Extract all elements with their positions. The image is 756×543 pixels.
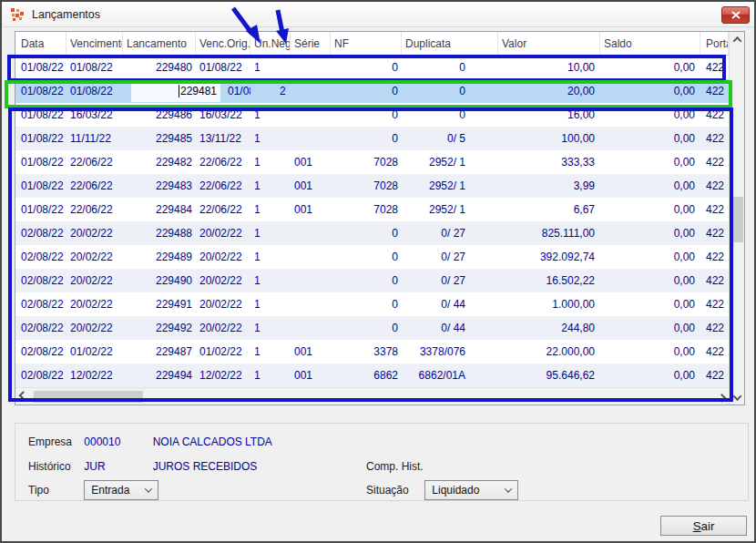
- cell-duplicata: 2952/ 1: [402, 150, 498, 174]
- cell-serie: [291, 221, 331, 245]
- cell-venc-orig: 13/11/22: [196, 127, 250, 150]
- column-header-saldo[interactable]: Saldo: [600, 32, 700, 55]
- table-row[interactable]: 01/08/2211/11/2222948513/11/22100/ 5100,…: [15, 127, 729, 150]
- cell-valor: 95.646,62: [498, 364, 600, 387]
- situacao-label: Situação: [366, 484, 422, 497]
- table-row[interactable]: 01/08/2201/08/2222948101/08/2220020,000,…: [15, 79, 729, 103]
- cell-data: 02/08/22: [15, 292, 66, 316]
- cell-vencimento: 11/11/22: [66, 127, 123, 150]
- cell-saldo: 0,00: [600, 127, 700, 150]
- cell-valor: 10,00: [498, 56, 600, 79]
- cell-vencimento: 01/02/22: [66, 340, 123, 364]
- scroll-right-icon[interactable]: [714, 388, 729, 405]
- column-header-lancamento[interactable]: Lancamento: [123, 32, 196, 55]
- situacao-select[interactable]: Liquidado: [424, 480, 518, 500]
- table-row[interactable]: 02/08/2212/02/2222949412/02/221001686268…: [15, 364, 729, 387]
- cell-portador: 422: [700, 198, 729, 221]
- vertical-scrollbar[interactable]: [729, 32, 744, 405]
- column-header-un-neg[interactable]: Un.Neg.: [250, 32, 291, 55]
- cell-nf: 7028: [331, 174, 402, 198]
- titlebar[interactable]: Lançamentos: [2, 2, 754, 27]
- cell-un-neg: 1: [250, 103, 291, 127]
- cell-valor: 1.000,00: [498, 292, 600, 316]
- window-title: Lançamentos: [32, 8, 100, 21]
- table-row[interactable]: 02/08/2220/02/2222949120/02/22100/ 441.0…: [15, 292, 729, 316]
- cell-valor: 100,00: [498, 127, 600, 150]
- cell-data: 01/08/22: [15, 174, 66, 198]
- cell-valor: 20,00: [498, 79, 600, 103]
- table-row[interactable]: 01/08/2216/03/2222948616/03/2210016,000,…: [15, 103, 729, 127]
- chevron-down-icon: [505, 485, 512, 492]
- cell-duplicata: 2952/ 1: [402, 198, 498, 221]
- cell-vencimento: 22/06/22: [66, 150, 123, 174]
- empresa-label: Empresa: [28, 435, 81, 448]
- table-row[interactable]: 02/08/2220/02/2222948820/02/22100/ 27825…: [15, 221, 729, 245]
- cell-nf: 0: [331, 269, 402, 292]
- close-icon[interactable]: [721, 6, 750, 24]
- cell-portador: 422: [700, 174, 729, 198]
- column-header-valor[interactable]: Valor: [498, 32, 600, 55]
- table-body: 01/08/2201/08/2222948001/08/2210010,000,…: [15, 56, 729, 387]
- cell-saldo: 0,00: [600, 269, 700, 292]
- cell-venc-orig: 20/02/22: [196, 292, 250, 316]
- cell-venc-orig: 22/06/22: [196, 174, 250, 198]
- cell-venc-orig: 20/02/22: [196, 269, 250, 292]
- column-header-data[interactable]: Data: [15, 32, 66, 55]
- table-row[interactable]: 01/08/2222/06/2222948322/06/221001702829…: [15, 174, 729, 198]
- tipo-label: Tipo: [28, 484, 81, 497]
- column-header-serie[interactable]: Série: [291, 32, 331, 55]
- cell-nf: 0: [331, 316, 402, 340]
- scroll-down-icon[interactable]: [730, 390, 745, 405]
- table-row[interactable]: 02/08/2201/02/2222948701/02/221001337833…: [15, 340, 729, 364]
- scroll-left-icon[interactable]: [15, 388, 30, 405]
- column-header-duplicata[interactable]: Duplicata: [402, 32, 498, 55]
- cell-portador: 422: [700, 292, 729, 316]
- cell-lancamento: 229491: [123, 292, 196, 316]
- cell-portador: 422: [700, 316, 729, 340]
- cell-vencimento: 22/06/22: [66, 198, 123, 221]
- column-header-portador[interactable]: Porta: [700, 32, 729, 55]
- column-header-vencimento[interactable]: Vencimento: [66, 32, 123, 55]
- cell-portador: 422: [700, 127, 729, 150]
- cell-venc-orig: 20/02/22: [196, 316, 250, 340]
- table-row[interactable]: 02/08/2220/02/2222949020/02/22100/ 2716.…: [15, 269, 729, 292]
- vertical-scroll-thumb[interactable]: [731, 197, 743, 242]
- cell-lancamento: 229480: [123, 56, 196, 79]
- sair-button[interactable]: Sair: [660, 516, 747, 536]
- comp-hist-label: Comp. Hist.: [366, 460, 424, 473]
- cell-un-neg: 1: [250, 56, 291, 79]
- cell-un-neg: 1: [250, 292, 291, 316]
- column-header-venc-orig[interactable]: Venc.Orig.: [196, 32, 250, 55]
- cell-portador: 422: [700, 56, 729, 79]
- table-row[interactable]: 02/08/2220/02/2222948920/02/22100/ 27392…: [15, 245, 729, 269]
- situacao-value: Liquidado: [432, 484, 479, 497]
- cell-venc-orig: 20/02/22: [196, 221, 250, 245]
- cell-duplicata: 0/ 27: [402, 245, 498, 269]
- horizontal-scrollbar[interactable]: [15, 387, 729, 405]
- tipo-select[interactable]: Entrada: [84, 480, 158, 500]
- cell-lancamento: 229481: [123, 79, 196, 103]
- cell-un-neg: 2: [250, 79, 291, 103]
- cell-venc-orig: 22/06/22: [196, 150, 250, 174]
- table-row[interactable]: 01/08/2201/08/2222948001/08/2210010,000,…: [15, 56, 729, 79]
- cell-serie: [291, 245, 331, 269]
- cell-duplicata: 0: [402, 79, 498, 103]
- window-lancamentos: Lançamentos Data Vencimento Lancamento V…: [0, 0, 756, 543]
- cell-un-neg: 1: [250, 174, 291, 198]
- cell-data: 01/08/22: [15, 56, 66, 79]
- cell-valor: 3,99: [498, 174, 600, 198]
- detail-panel: Empresa 000010 NOIA CALCADOS LTDA Histór…: [15, 423, 749, 501]
- column-header-nf[interactable]: NF: [331, 32, 402, 55]
- cell-duplicata: 0/ 27: [402, 221, 498, 245]
- cell-duplicata: 2952/ 1: [402, 174, 498, 198]
- lancamento-edit-input[interactable]: 229481: [131, 80, 220, 102]
- table-row[interactable]: 01/08/2222/06/2222948422/06/221001702829…: [15, 198, 729, 221]
- cell-portador: 422: [700, 103, 729, 127]
- table-row[interactable]: 02/08/2220/02/2222949220/02/22100/ 44244…: [15, 316, 729, 340]
- table-row[interactable]: 01/08/2222/06/2222948222/06/221001702829…: [15, 150, 729, 174]
- cell-serie: [291, 103, 331, 127]
- cell-duplicata: 3378/076: [402, 340, 498, 364]
- horizontal-scroll-thumb[interactable]: [34, 391, 143, 403]
- scroll-up-icon[interactable]: [730, 32, 745, 46]
- cell-un-neg: 1: [250, 269, 291, 292]
